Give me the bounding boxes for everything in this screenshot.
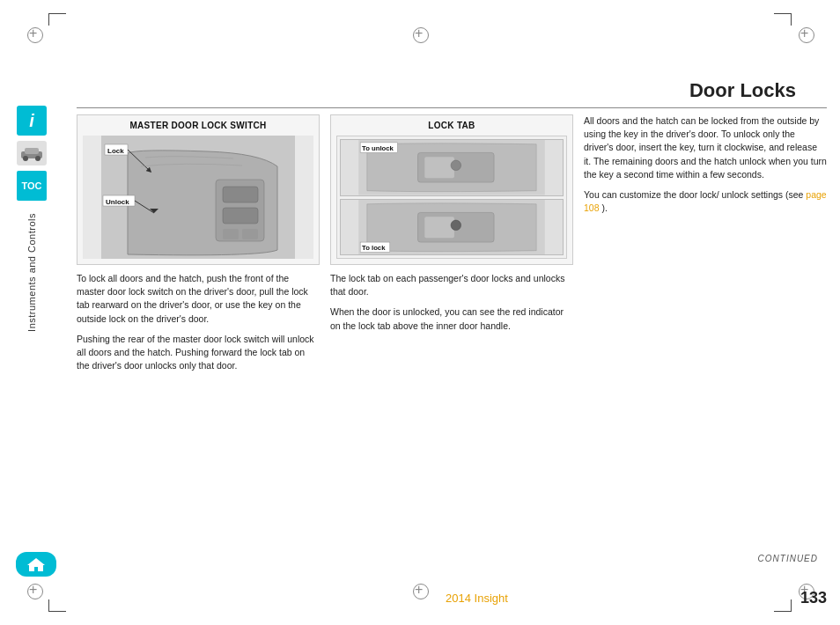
col1-para2: Pushing the rear of the master door lock…: [77, 333, 320, 373]
section-label: Instruments and Controls: [26, 213, 37, 332]
col3-text2: You can customize the door lock/ unlock …: [584, 189, 803, 200]
footer-model: 2014 Insight: [446, 592, 508, 605]
svg-point-22: [451, 160, 461, 171]
col1: MASTER DOOR LOCK SWITCH: [77, 114, 320, 563]
svg-marker-4: [27, 558, 45, 571]
lock-tab-diagram: LOCK TAB To unlock: [330, 114, 573, 265]
to-unlock-panel: To unlock: [340, 139, 564, 196]
col2-para1: The lock tab on each passenger's door lo…: [330, 272, 573, 298]
continued-label: CONTINUED: [758, 554, 818, 563]
page-title: Door Locks: [689, 79, 796, 102]
lock-tab-image: To unlock To lock: [336, 136, 567, 259]
unlock-panel-svg: To unlock: [341, 140, 563, 195]
col3-para2: You can customize the door lock/ unlock …: [584, 188, 827, 215]
svg-rect-21: [424, 157, 454, 178]
title-divider: [77, 107, 827, 108]
svg-rect-10: [242, 229, 258, 239]
col3: All doors and the hatch can be locked fr…: [584, 114, 827, 563]
svg-point-28: [451, 220, 461, 231]
toc-button[interactable]: TOC: [17, 171, 47, 201]
car-svg: [19, 145, 44, 161]
svg-rect-27: [424, 217, 454, 238]
lock-tab-title: LOCK TAB: [336, 121, 567, 130]
home-icon: [26, 556, 46, 572]
col2: LOCK TAB To unlock: [330, 114, 573, 563]
col2-text: The lock tab on each passenger's door lo…: [330, 272, 573, 333]
footer-page-number: 133: [800, 589, 827, 607]
master-door-lock-title: MASTER DOOR LOCK SWITCH: [83, 121, 313, 130]
content-columns: MASTER DOOR LOCK SWITCH: [77, 114, 827, 563]
master-door-lock-diagram: MASTER DOOR LOCK SWITCH: [77, 114, 320, 265]
svg-text:Unlock: Unlock: [106, 198, 129, 206]
col3-text3: ).: [601, 202, 607, 213]
col2-para2: When the door is unlocked, you can see t…: [330, 305, 573, 332]
main-content: Door Locks MASTER DOOR LOCK SWITCH: [63, 0, 840, 625]
svg-point-3: [35, 156, 41, 161]
svg-text:To lock: To lock: [362, 243, 386, 251]
master-door-lock-image: Lock Unlock: [83, 136, 313, 259]
svg-point-2: [23, 156, 28, 161]
svg-text:To unlock: To unlock: [362, 144, 394, 152]
home-button[interactable]: [16, 552, 56, 577]
lock-panel-svg: To lock: [341, 200, 563, 255]
col1-text: To lock all doors and the hatch, push th…: [77, 272, 320, 373]
svg-rect-9: [223, 229, 239, 239]
svg-rect-7: [223, 187, 258, 202]
info-icon[interactable]: i: [17, 106, 47, 136]
svg-rect-8: [223, 208, 258, 224]
svg-text:Lock: Lock: [107, 147, 124, 155]
col3-para1: All doors and the hatch can be locked fr…: [584, 114, 827, 181]
svg-rect-1: [25, 148, 39, 154]
footer: spacer 2014 Insight 133: [127, 589, 827, 607]
sidebar: i TOC Instruments and Controls: [0, 0, 63, 625]
to-lock-panel: To lock: [340, 199, 564, 256]
door-lock-switch-svg: Lock Unlock: [83, 136, 313, 259]
col3-text: All doors and the hatch can be locked fr…: [584, 114, 827, 216]
car-icon[interactable]: [17, 141, 47, 165]
col1-para1: To lock all doors and the hatch, push th…: [77, 272, 320, 326]
